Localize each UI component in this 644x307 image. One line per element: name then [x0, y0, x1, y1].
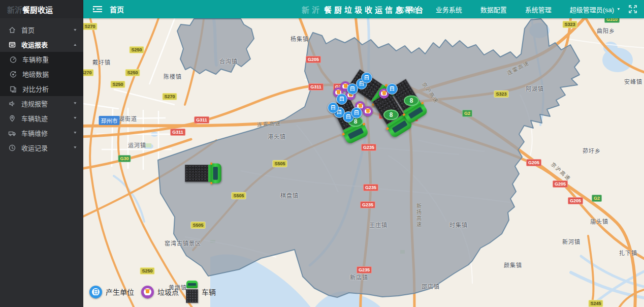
legend-item-trash[interactable]: 垃圾点	[141, 286, 179, 298]
chevron-down-icon: ▼	[73, 28, 78, 32]
town-label: 颜集镇	[504, 261, 522, 269]
map-legend: 产生单位垃圾点车辆	[89, 281, 216, 303]
chevron-down-icon: ▼	[617, 7, 621, 11]
road-badge-G205: G205	[306, 56, 321, 63]
app-root: 新沂 餐厨收运 首页▼收运报表▲车辆称重地磅数据对比分析违规报警▼车辆轨迹▼车辆…	[0, 0, 644, 307]
producer-marker[interactable]	[328, 102, 339, 113]
sidebar-nav: 首页▼收运报表▲车辆称重地磅数据对比分析违规报警▼车辆轨迹▼车辆维修▼收运记录▼	[0, 18, 83, 155]
top-menu-item-3[interactable]: 数据配置	[480, 5, 507, 14]
collapse-sidebar-icon[interactable]	[92, 5, 103, 13]
pin-inner	[144, 288, 151, 296]
sidebar-subitem-label: 车辆称重	[22, 54, 77, 64]
road-badge-G205: G205	[568, 197, 583, 204]
town-label: 合沟镇	[219, 57, 238, 65]
sidebar-item-label: 收运记录	[21, 143, 73, 152]
truck-windshield	[188, 283, 196, 286]
road-name-label: 京沪高速	[421, 80, 441, 105]
record-icon	[8, 144, 16, 152]
app-logo: 新沂 餐厨收运	[0, 0, 83, 18]
sidebar-item-label: 车辆轨迹	[21, 113, 73, 123]
building-icon	[365, 75, 369, 80]
maintenance-icon	[8, 129, 16, 137]
nav-home-tab[interactable]: 首页	[110, 4, 124, 14]
road-badge-S505: S505	[190, 222, 205, 229]
road-badge-S323: S323	[494, 90, 508, 98]
road-badge-G235: G235	[363, 184, 378, 191]
truck-windshield	[213, 167, 218, 180]
topbar: 首页 新沂餐厨垃圾收运信息平台 驾驶舱业务系统数据配置系统管理 超级管理员(sa…	[83, 0, 644, 18]
road-badge-S505: S505	[231, 192, 246, 199]
sidebar-subitem-2[interactable]: 地磅数据	[0, 67, 83, 81]
logo-text: 餐厨收运	[22, 4, 53, 15]
fullscreen-icon[interactable]	[629, 5, 637, 13]
truck-status-badge[interactable]: 8	[404, 96, 419, 106]
road-badge-G2: G2	[592, 195, 602, 202]
user-menu[interactable]: 超级管理员(sa) ▼	[570, 5, 621, 14]
top-menu-item-2[interactable]: 业务系统	[436, 5, 462, 14]
producer-marker[interactable]	[387, 83, 398, 95]
pin-inner	[365, 108, 371, 114]
road-badge-S250: S250	[125, 69, 140, 76]
town-label: 曲阳乡	[597, 26, 615, 35]
town-label: 陈楼镇	[164, 72, 182, 80]
page-title: 新沂餐厨垃圾收运信息平台	[83, 4, 644, 15]
trash-bin-icon	[146, 290, 149, 293]
sidebar-item-5[interactable]: 车辆维修▼	[0, 126, 83, 140]
collapse-arrow	[93, 8, 95, 11]
producer-pin-icon	[361, 72, 372, 83]
sidebar-item-3[interactable]: 违规报警▼	[0, 96, 83, 111]
producer-pin-icon	[347, 83, 358, 95]
road-name-label: 连霍高速	[257, 119, 282, 128]
producer-marker[interactable]	[351, 107, 362, 118]
town-label: 戴圩镇	[92, 58, 111, 66]
truck-trailer	[186, 289, 198, 303]
sidebar-item-4[interactable]: 车辆轨迹▼	[0, 111, 83, 126]
town-label: 茆圩乡	[583, 146, 601, 155]
sidebar-item-label: 违规报警	[21, 99, 73, 108]
trash-bin-icon	[366, 110, 370, 113]
building-icon	[346, 114, 350, 119]
truck-marker[interactable]	[185, 163, 221, 183]
top-menu-item-1[interactable]: 驾驶舱	[398, 5, 417, 14]
producer-marker[interactable]	[347, 83, 358, 95]
building-icon	[340, 97, 344, 102]
sidebar-subitem-3[interactable]: 对比分析	[0, 81, 83, 96]
sidebar-item-label: 收运报表	[21, 40, 73, 49]
trash-point-marker[interactable]	[363, 106, 373, 116]
truck-mirror	[210, 163, 212, 165]
town-label: 杨集镇	[291, 35, 309, 43]
map-area[interactable]: 杨集镇合沟镇戴圩镇陈楼镇曲阳乡阿湖镇安峰镇东湖街道运河镇港头镇北沟镇茆圩乡棋盘镇…	[83, 18, 644, 307]
legend-item-producer[interactable]: 产生单位	[89, 286, 134, 298]
sidebar-item-label: 车辆维修	[21, 128, 73, 138]
legend-label: 垃圾点	[157, 287, 179, 297]
sidebar-item-1[interactable]: 首页▼	[0, 22, 83, 37]
road-badge-G205: G205	[526, 159, 541, 166]
legend-label: 产生单位	[106, 287, 134, 297]
truck-status-badge[interactable]: 8	[383, 110, 399, 120]
road-badge-S270: S270	[162, 93, 177, 100]
legend-item-truck[interactable]: 车辆	[186, 281, 216, 303]
producer-pin-icon	[351, 107, 362, 118]
road-name-label: 连霍高速	[505, 58, 531, 76]
truck-mirror	[362, 122, 365, 126]
report-icon	[8, 41, 16, 49]
gauge-icon	[9, 55, 17, 64]
trash-bin-icon	[382, 92, 386, 95]
producer-marker[interactable]	[361, 72, 372, 83]
sidebar-subitem-1[interactable]: 车辆称重	[0, 52, 83, 67]
road-badge-G235: G235	[357, 266, 372, 273]
top-menu-item-4[interactable]: 系统管理	[525, 5, 552, 14]
road-badge-S270: S270	[83, 69, 94, 76]
road-badge-S245: S245	[588, 300, 603, 307]
road-badge-S250: S250	[110, 81, 125, 88]
main-panel: 首页 新沂餐厨垃圾收运信息平台 驾驶舱业务系统数据配置系统管理 超级管理员(sa…	[83, 0, 644, 307]
town-label: 窑湾古镇景区	[165, 239, 201, 247]
road-badge-G235: G235	[361, 144, 376, 151]
road-badge-S270: S270	[83, 23, 98, 30]
legend-label: 车辆	[202, 287, 216, 297]
town-label: 扎下镇	[619, 249, 637, 257]
city-label: 邳州市	[99, 116, 120, 125]
sidebar-item-2[interactable]: 收运报表▲	[0, 37, 83, 52]
chevron-up-icon: ▲	[73, 43, 78, 46]
sidebar-item-6[interactable]: 收运记录▼	[0, 140, 83, 155]
